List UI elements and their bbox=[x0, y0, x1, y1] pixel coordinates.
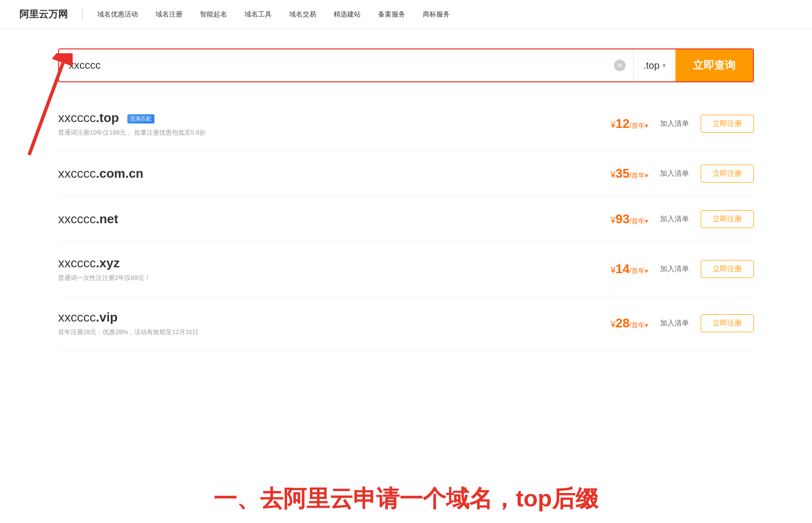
price-1: ¥35/首年▾ bbox=[611, 166, 648, 181]
red-arrow-icon bbox=[10, 53, 73, 160]
price-amount-2: 93 bbox=[615, 212, 629, 226]
add-wishlist-0[interactable]: 加入清单 bbox=[660, 119, 689, 128]
result-row-vip: xxcccc.vip 首年注册28元，优惠28%，活动有效期至12月31日 ¥2… bbox=[58, 296, 754, 351]
result-row-top: xxcccc.top 完美匹配 普通词注册10年仅188元， 批量注册优惠包低至… bbox=[58, 97, 754, 151]
result-left-3: xxcccc.xyz 普通词一次性注注册2年仅69元！ bbox=[58, 256, 611, 282]
tld-value: .top bbox=[643, 60, 659, 71]
price-unit-1: /首年 bbox=[629, 171, 645, 179]
domain-name-top: xxcccc.top 完美匹配 bbox=[58, 110, 611, 125]
nav-item-smart-name[interactable]: 智能起名 bbox=[200, 10, 227, 19]
result-row-xyz: xxcccc.xyz 普通词一次性注注册2年仅69元！ ¥14/首年▾ 加入清单… bbox=[58, 242, 754, 296]
domain-name-2: xxcccc.net bbox=[58, 212, 611, 227]
nav-item-register[interactable]: 域名注册 bbox=[155, 10, 183, 19]
result-right-1: ¥35/首年▾ 加入清单 立即注册 bbox=[611, 165, 754, 183]
result-right-2: ¥93/首年▾ 加入清单 立即注册 bbox=[611, 210, 754, 228]
chevron-down-icon: ▾ bbox=[662, 62, 666, 69]
price-top: ¥12/首年▾ bbox=[611, 116, 648, 131]
price-dropdown-3[interactable]: ▾ bbox=[645, 267, 648, 275]
result-sub-0: 普通词注册10年仅188元， 批量注册优惠包低至5.8折 bbox=[58, 128, 611, 137]
price-dropdown-2[interactable]: ▾ bbox=[645, 217, 648, 225]
price-2: ¥93/首年▾ bbox=[611, 212, 648, 227]
price-4: ¥28/首年▾ bbox=[611, 316, 648, 331]
nav-item-trading[interactable]: 域名交易 bbox=[289, 10, 316, 19]
register-btn-2[interactable]: 立即注册 bbox=[701, 210, 754, 228]
price-symbol-0: ¥ bbox=[611, 120, 615, 130]
domain-tld-4: .vip bbox=[96, 310, 118, 324]
nav-item-icp[interactable]: 备案服务 bbox=[378, 10, 405, 19]
tld-selector[interactable]: .top ▾ bbox=[633, 49, 675, 81]
price-unit-0: /首年 bbox=[629, 122, 645, 129]
add-wishlist-4[interactable]: 加入清单 bbox=[660, 319, 689, 328]
domain-tld-1: .com.cn bbox=[96, 166, 143, 181]
price-symbol-2: ¥ bbox=[611, 215, 615, 225]
nav: 域名优惠活动 域名注册 智能起名 域名工具 域名交易 精选建站 备案服务 商标服… bbox=[97, 10, 450, 19]
result-right-3: ¥14/首年▾ 加入清单 立即注册 bbox=[611, 260, 754, 278]
domain-base-3: xxcccc bbox=[58, 256, 96, 270]
register-btn-3[interactable]: 立即注册 bbox=[701, 260, 754, 278]
price-3: ¥14/首年▾ bbox=[611, 262, 648, 277]
header: 阿里云万网 域名优惠活动 域名注册 智能起名 域名工具 域名交易 精选建站 备案… bbox=[0, 0, 812, 29]
price-symbol-3: ¥ bbox=[611, 265, 615, 275]
add-wishlist-3[interactable]: 加入清单 bbox=[660, 264, 689, 274]
domain-name-1: xxcccc.com.cn bbox=[58, 166, 611, 181]
nav-item-trademark[interactable]: 商标服务 bbox=[423, 10, 450, 19]
price-unit-4: /首年 bbox=[629, 321, 645, 329]
search-button[interactable]: 立即查询 bbox=[675, 49, 753, 81]
result-left-2: xxcccc.net bbox=[58, 212, 611, 227]
nav-item-tools[interactable]: 域名工具 bbox=[245, 10, 272, 19]
price-unit-3: /首年 bbox=[629, 267, 645, 275]
add-wishlist-1[interactable]: 加入清单 bbox=[660, 169, 689, 178]
result-right-top: ¥12/首年▾ 加入清单 立即注册 bbox=[611, 115, 754, 133]
price-amount-4: 28 bbox=[615, 316, 629, 330]
search-section: ✕ .top ▾ 立即查询 bbox=[0, 29, 812, 97]
results-list: xxcccc.top 完美匹配 普通词注册10年仅188元， 批量注册优惠包低至… bbox=[0, 97, 812, 351]
price-amount-1: 35 bbox=[615, 166, 629, 181]
logo: 阿里云万网 bbox=[19, 8, 68, 21]
register-btn-0[interactable]: 立即注册 bbox=[701, 115, 754, 133]
domain-base-1: xxcccc bbox=[58, 166, 96, 181]
nav-item-promo[interactable]: 域名优惠活动 bbox=[97, 10, 138, 19]
search-input[interactable] bbox=[59, 49, 614, 81]
result-sub-3: 普通词一次性注注册2年仅69元！ bbox=[58, 274, 611, 282]
price-unit-2: /首年 bbox=[629, 217, 645, 225]
price-amount-3: 14 bbox=[615, 262, 629, 276]
search-box: ✕ .top ▾ 立即查询 bbox=[58, 48, 754, 82]
result-left-1: xxcccc.com.cn bbox=[58, 166, 611, 181]
domain-name-4: xxcccc.vip bbox=[58, 310, 611, 325]
domain-tld-2: .net bbox=[96, 212, 118, 226]
result-row-com-cn: xxcccc.com.cn ¥35/首年▾ 加入清单 立即注册 bbox=[58, 151, 754, 197]
domain-base-4: xxcccc bbox=[58, 310, 96, 324]
header-divider bbox=[82, 10, 83, 19]
svg-line-1 bbox=[29, 63, 63, 155]
price-amount-0: 12 bbox=[615, 116, 629, 131]
result-right-4: ¥28/首年▾ 加入清单 立即注册 bbox=[611, 314, 754, 332]
result-sub-4: 首年注册28元，优惠28%，活动有效期至12月31日 bbox=[58, 328, 611, 337]
domain-tld-0: .top bbox=[96, 110, 119, 125]
bottom-annotation: 一、去阿里云申请一个域名，top后缀 bbox=[0, 475, 812, 523]
price-symbol-1: ¥ bbox=[611, 170, 615, 180]
domain-tld-3: .xyz bbox=[96, 256, 120, 270]
price-dropdown-0[interactable]: ▾ bbox=[645, 122, 648, 129]
perfect-badge: 完美匹配 bbox=[127, 114, 154, 123]
result-left-top: xxcccc.top 完美匹配 普通词注册10年仅188元， 批量注册优惠包低至… bbox=[58, 110, 611, 137]
nav-item-website[interactable]: 精选建站 bbox=[334, 10, 361, 19]
domain-name-3: xxcccc.xyz bbox=[58, 256, 611, 271]
price-symbol-4: ¥ bbox=[611, 320, 615, 329]
result-left-4: xxcccc.vip 首年注册28元，优惠28%，活动有效期至12月31日 bbox=[58, 310, 611, 337]
price-dropdown-4[interactable]: ▾ bbox=[645, 322, 648, 329]
clear-button[interactable]: ✕ bbox=[614, 60, 626, 71]
domain-base-2: xxcccc bbox=[58, 212, 96, 226]
result-row-net: xxcccc.net ¥93/首年▾ 加入清单 立即注册 bbox=[58, 197, 754, 242]
register-btn-4[interactable]: 立即注册 bbox=[701, 314, 754, 332]
register-btn-1[interactable]: 立即注册 bbox=[701, 165, 754, 183]
price-dropdown-1[interactable]: ▾ bbox=[645, 172, 648, 179]
add-wishlist-2[interactable]: 加入清单 bbox=[660, 215, 689, 224]
